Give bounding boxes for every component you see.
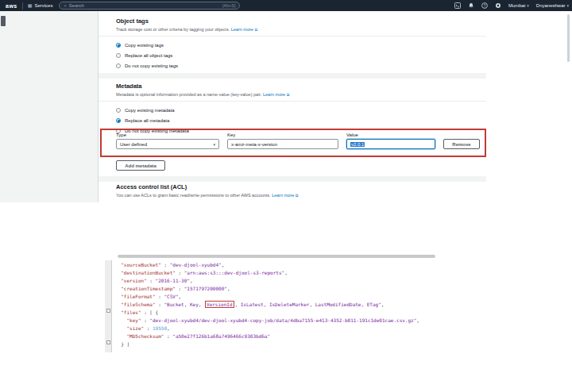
type-select-value: User defined — [120, 142, 147, 147]
code-line: "MD5checksum" : "a50e27f126b1a68a7496466… — [115, 332, 419, 340]
search-input[interactable]: ⌕ Search [Alt+S] — [59, 2, 240, 10]
settings-gear-icon[interactable] — [495, 2, 501, 9]
external-link-icon: ⧉ — [254, 27, 257, 32]
key-label: Key — [227, 133, 338, 137]
notifications-bell-icon[interactable] — [468, 2, 474, 9]
code-fold-icon[interactable] — [106, 340, 110, 344]
svg-text:?: ? — [484, 4, 486, 8]
key-input[interactable] — [227, 139, 338, 149]
radio-copy-existing-tags[interactable]: Copy existing tags — [116, 42, 478, 48]
type-label: Type — [116, 133, 219, 137]
radio-label: Replace all metadata — [125, 118, 169, 123]
radio-icon[interactable] — [116, 53, 121, 58]
radio-copy-existing-metadata[interactable]: Copy existing metadata — [116, 107, 478, 113]
account-label: Dnyaneshwar — [536, 3, 566, 8]
value-field: Value v2.0.1 — [346, 133, 435, 149]
value-selected-text: v2.0.1 — [350, 142, 365, 147]
topbar-divider — [22, 2, 23, 10]
horizontal-scrollbar[interactable] — [118, 255, 435, 258]
acl-description-text: You can use ACLs to grant basic read/wri… — [116, 193, 272, 198]
search-shortcut: [Alt+S] — [222, 3, 235, 8]
region-selector[interactable]: Mumbai ▾ — [508, 3, 529, 8]
grid-icon: ▦ — [28, 3, 33, 8]
code-lines: "sourceBucket" : "dev-djool-xyubd4", "de… — [115, 261, 419, 348]
learn-more-link[interactable]: Learn more — [272, 193, 294, 198]
radio-label: Copy existing metadata — [125, 108, 175, 113]
learn-more-link[interactable]: Learn more — [263, 92, 285, 97]
radio-icon[interactable] — [116, 118, 121, 123]
spacer-label — [443, 133, 480, 137]
key-input-text[interactable] — [231, 142, 334, 147]
metadata-description: Metadata is optional information provide… — [116, 92, 478, 98]
remove-button[interactable]: Remove — [443, 139, 480, 149]
services-menu[interactable]: ▦ Services — [28, 3, 53, 8]
acl-description: You can use ACLs to grant basic read/wri… — [116, 193, 478, 198]
code-fold-icon[interactable] — [106, 309, 110, 313]
metadata-title: Metadata — [116, 83, 478, 90]
code-line: "creationTimestamp" : "1571797200000", — [115, 285, 419, 293]
remove-field: Remove — [443, 133, 480, 149]
chevron-down-icon: ▾ — [527, 3, 529, 8]
radio-icon[interactable] — [116, 43, 121, 48]
code-line: } ] — [115, 340, 419, 348]
code-line: "fileSchema" : "Bucket, Key, VersionId, … — [115, 301, 419, 309]
metadata-options: Copy existing metadata Replace all metad… — [116, 103, 478, 134]
section-divider — [99, 36, 486, 37]
code-line: "files" : [ { — [115, 309, 419, 317]
radio-replace-all-metadata[interactable]: Replace all metadata — [116, 117, 478, 124]
radio-icon[interactable] — [116, 108, 121, 113]
services-label: Services — [34, 3, 52, 8]
value-label: Value — [346, 133, 435, 137]
console-top-bar: aws ▦ Services ⌕ Search [Alt+S] ? Mumbai… — [0, 0, 572, 11]
chevron-down-icon: ▾ — [566, 3, 569, 8]
add-metadata-button[interactable]: Add metadata — [116, 160, 165, 171]
open-menu-icon[interactable] — [1, 16, 6, 26]
code-line: "version" : "2016-11-30", — [115, 277, 419, 285]
type-field: Type User defined ▾ — [116, 133, 219, 149]
code-line: "sourceBucket" : "dev-djool-xyubd4", — [115, 261, 419, 269]
metadata-description-text: Metadata is optional information provide… — [116, 92, 263, 97]
metadata-section: Metadata Metadata is optional informatio… — [116, 83, 478, 98]
code-line: "key" : "dev-djool-xyubd4/dev-djool-xyub… — [115, 317, 419, 325]
object-tags-description-text: Track storage cost or other criteria by … — [116, 27, 231, 32]
search-placeholder: Search — [69, 3, 220, 8]
object-tags-title: Object tags — [116, 17, 478, 25]
main-content: Object tags Track storage cost or other … — [99, 11, 486, 202]
select-caret-icon: ▾ — [213, 142, 215, 147]
aws-logo[interactable]: aws — [6, 3, 17, 9]
object-tags-section: Object tags Track storage cost or other … — [116, 17, 478, 33]
collapsed-side-panel — [0, 11, 99, 202]
value-input[interactable]: v2.0.1 — [346, 139, 435, 149]
help-icon[interactable]: ? — [481, 2, 488, 9]
card-gap — [99, 73, 486, 79]
object-tags-description: Track storage cost or other criteria by … — [116, 27, 478, 33]
editor-gutter — [105, 260, 112, 352]
search-icon: ⌕ — [64, 3, 66, 8]
code-line: "size" : 19550, — [115, 325, 419, 332]
radio-label: Do not copy existing tags — [125, 63, 178, 68]
page-scrollbar[interactable] — [567, 14, 570, 62]
cloudshell-icon[interactable] — [454, 2, 461, 9]
metadata-entry-row: Type User defined ▾ Key Value v2.0.1 Rem… — [116, 133, 480, 149]
acl-title: Access control list (ACL) — [116, 183, 478, 190]
section-divider — [99, 101, 486, 102]
manifest-json-snippet: "sourceBucket" : "dev-djool-xyubd4", "de… — [103, 252, 486, 354]
key-field: Key — [227, 133, 338, 149]
type-select[interactable]: User defined ▾ — [116, 139, 219, 149]
radio-icon[interactable] — [116, 63, 121, 68]
learn-more-link[interactable]: Learn more — [231, 27, 253, 32]
account-menu[interactable]: Dnyaneshwar ▾ — [536, 3, 569, 8]
external-link-icon: ⧉ — [287, 92, 290, 97]
code-line: "fileFormat" : "CSV", — [115, 293, 419, 301]
card-gap — [99, 176, 486, 182]
code-line: "destinationBucket" : "arn:aws:s3:::dev-… — [115, 269, 419, 277]
acl-section: Access control list (ACL) You can use AC… — [116, 183, 478, 198]
radio-label: Replace all object tags — [125, 53, 172, 58]
radio-label: Copy existing tags — [125, 43, 164, 48]
region-label: Mumbai — [508, 3, 525, 8]
versionid-red-box: VersionId — [205, 301, 234, 308]
external-link-icon: ⧉ — [296, 193, 299, 198]
radio-replace-all-object-tags[interactable]: Replace all object tags — [116, 52, 478, 59]
radio-do-not-copy-existing-tags[interactable]: Do not copy existing tags — [116, 63, 478, 69]
object-tags-options: Copy existing tags Replace all object ta… — [116, 38, 478, 69]
